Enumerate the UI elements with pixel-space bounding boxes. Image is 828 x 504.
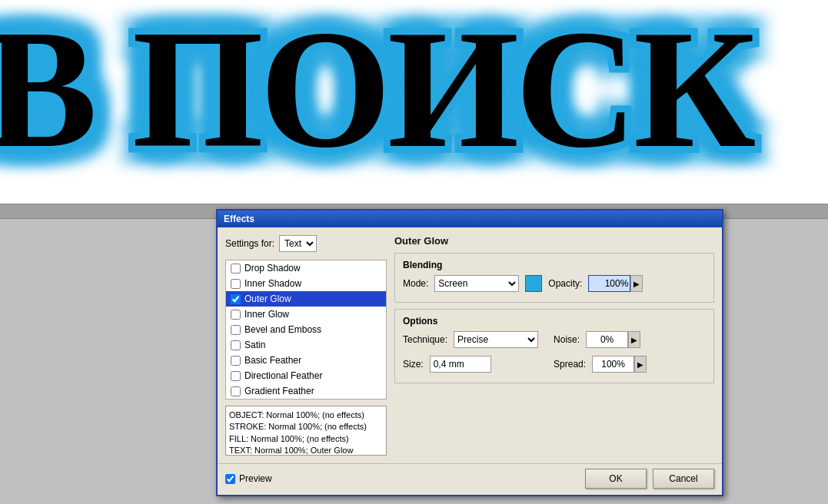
effects-list: Drop Shadow Inner Shadow Outer Glow Inne… — [225, 260, 387, 400]
effect-item-inner-shadow[interactable]: Inner Shadow — [226, 276, 386, 291]
blending-section: Blending Mode: Screen Normal Multiply Ov… — [394, 253, 714, 303]
mode-select[interactable]: Screen Normal Multiply Overlay — [434, 275, 519, 292]
cancel-button[interactable]: Cancel — [653, 469, 714, 489]
canvas-area: В ПОИСК — [0, 0, 828, 204]
effect-item-outer-glow[interactable]: Outer Glow — [226, 291, 386, 307]
inner-glow-checkbox[interactable] — [231, 310, 241, 320]
bevel-emboss-label: Bevel and Emboss — [244, 324, 321, 335]
outer-glow-checkbox[interactable] — [231, 294, 241, 304]
outer-glow-label: Outer Glow — [244, 293, 291, 304]
opacity-input[interactable] — [588, 275, 630, 292]
blending-title: Blending — [403, 260, 706, 270]
directional-feather-label: Directional Feather — [244, 370, 322, 381]
info-box: OBJECT: Normal 100%; (no effects) STROKE… — [225, 406, 387, 456]
size-row: Size: — [403, 356, 538, 373]
gradient-feather-label: Gradient Feather — [244, 386, 314, 396]
directional-feather-checkbox[interactable] — [231, 371, 241, 381]
panel-title: Outer Glow — [394, 235, 714, 247]
preview-checkbox[interactable] — [225, 474, 235, 484]
settings-for-label: Settings for: — [225, 238, 274, 249]
noise-field-group: ▶ — [586, 331, 640, 348]
basic-feather-checkbox[interactable] — [231, 356, 241, 366]
effect-item-directional-feather[interactable]: Directional Feather — [226, 368, 386, 383]
spread-stepper-btn[interactable]: ▶ — [634, 356, 647, 373]
effect-item-gradient-feather[interactable]: Gradient Feather — [226, 383, 386, 399]
effect-item-drop-shadow[interactable]: Drop Shadow — [226, 260, 386, 276]
effect-item-inner-glow[interactable]: Inner Glow — [226, 307, 386, 322]
color-swatch[interactable] — [525, 275, 542, 292]
canvas-text: В ПОИСК — [0, 0, 753, 187]
spread-row: Spread: ▶ — [554, 356, 647, 373]
noise-stepper-btn[interactable]: ▶ — [628, 331, 640, 348]
technique-row: Technique: Precise Softer — [403, 331, 538, 348]
ok-button[interactable]: OK — [585, 469, 647, 489]
size-label: Size: — [403, 359, 424, 370]
satin-label: Satin — [244, 340, 265, 350]
mode-label: Mode: — [403, 278, 428, 289]
dialog-footer: Preview OK Cancel — [218, 463, 722, 495]
left-panel: Settings for: Text Drop Shadow Inner Sha… — [225, 235, 387, 456]
spread-input[interactable] — [592, 356, 634, 373]
inner-shadow-checkbox[interactable] — [231, 279, 241, 289]
options-title: Options — [403, 316, 706, 327]
technique-select[interactable]: Precise Softer — [454, 331, 538, 348]
noise-input[interactable] — [586, 331, 628, 348]
opacity-label: Opacity: — [548, 278, 582, 289]
drop-shadow-label: Drop Shadow — [244, 263, 301, 274]
technique-label: Technique: — [403, 334, 447, 345]
dialog-title: Effects — [224, 214, 254, 224]
effect-item-basic-feather[interactable]: Basic Feather — [226, 353, 386, 368]
satin-checkbox[interactable] — [231, 340, 241, 350]
settings-for-row: Settings for: Text — [225, 235, 387, 252]
preview-label: Preview — [239, 473, 272, 484]
dialog-body: Settings for: Text Drop Shadow Inner Sha… — [218, 227, 722, 463]
noise-row: Noise: ▶ — [554, 331, 647, 348]
spread-label: Spread: — [554, 359, 586, 370]
options-section: Options Technique: Precise Softer Size: — [394, 309, 714, 383]
preview-row: Preview — [225, 473, 272, 484]
spread-field-group: ▶ — [592, 356, 647, 373]
drop-shadow-checkbox[interactable] — [231, 264, 241, 274]
options-left: Technique: Precise Softer Size: — [403, 331, 538, 376]
info-line-stroke: STROKE: Normal 100%; (no effects) — [229, 421, 383, 433]
options-right: Noise: ▶ Spread: ▶ — [554, 331, 647, 376]
noise-label: Noise: — [554, 334, 580, 345]
bevel-emboss-checkbox[interactable] — [231, 325, 241, 335]
effect-item-satin[interactable]: Satin — [226, 337, 386, 353]
info-line-object: OBJECT: Normal 100%; (no effects) — [229, 410, 383, 421]
effect-item-bevel-emboss[interactable]: Bevel and Emboss — [226, 322, 386, 337]
basic-feather-label: Basic Feather — [244, 355, 301, 366]
dialog-titlebar: Effects — [218, 211, 722, 227]
opacity-stepper-btn[interactable]: ▶ — [630, 275, 643, 292]
right-panel: Outer Glow Blending Mode: Screen Normal … — [394, 235, 714, 456]
effects-dialog: Effects Settings for: Text Drop Shadow — [216, 209, 723, 496]
inner-shadow-label: Inner Shadow — [244, 278, 301, 289]
info-line-fill: FILL: Normal 100%; (no effects) — [229, 433, 383, 445]
blending-mode-row: Mode: Screen Normal Multiply Overlay Opa… — [403, 275, 706, 292]
inner-glow-label: Inner Glow — [244, 309, 289, 320]
canvas-text-content: В ПОИСК — [0, 0, 753, 183]
opacity-field-group: ▶ — [588, 275, 643, 292]
footer-buttons: OK Cancel — [585, 469, 714, 489]
settings-for-select[interactable]: Text — [279, 235, 317, 252]
info-line-text: TEXT: Normal 100%; Outer Glow — [229, 445, 383, 456]
size-input[interactable] — [430, 356, 491, 373]
gradient-feather-checkbox[interactable] — [231, 386, 241, 396]
